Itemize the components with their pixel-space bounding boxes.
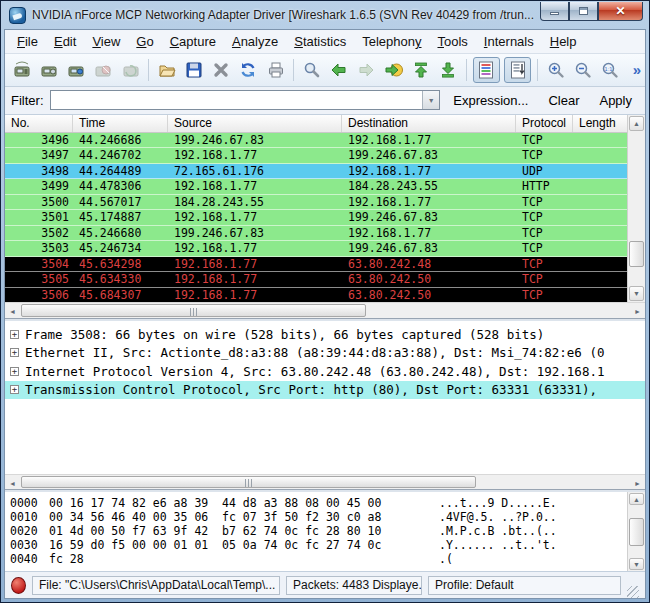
hex-line: 002001 4d 00 50 f7 63 9f 42 b7 62 74 0c …: [5, 524, 645, 538]
scroll-down-arrow[interactable]: ▼: [629, 558, 644, 570]
expand-plus-icon[interactable]: +: [10, 330, 19, 339]
menu-telephony[interactable]: Telephony: [354, 31, 429, 52]
scroll-left-arrow[interactable]: ◄: [6, 477, 19, 489]
menu-view[interactable]: View: [84, 31, 128, 52]
column-header-source[interactable]: Source: [168, 115, 342, 132]
hex-dump-pane: 000000 16 17 74 82 e6 a8 39 44 d8 a3 88 …: [5, 492, 645, 571]
packet-row[interactable]: 350445.634298192.168.1.7763.80.242.48TCP…: [5, 257, 645, 273]
scroll-down-arrow[interactable]: ▼: [629, 286, 644, 301]
reload-icon[interactable]: [236, 57, 261, 83]
hex-vertical-scrollbar[interactable]: ▲ ▼: [627, 492, 645, 571]
restart-capture-icon[interactable]: [118, 57, 143, 83]
cell-no: 3505: [5, 272, 73, 288]
column-header-destination[interactable]: Destination: [342, 115, 516, 132]
start-capture-icon[interactable]: [63, 57, 88, 83]
zoom-in-icon[interactable]: [543, 57, 568, 83]
packet-row[interactable]: 350645.684307192.168.1.7763.80.242.50TCP…: [5, 288, 645, 304]
detail-row[interactable]: +Frame 3508: 66 bytes on wire (528 bits)…: [5, 325, 645, 344]
detail-row[interactable]: +Internet Protocol Version 4, Src: 63.80…: [5, 362, 645, 381]
cell-time: 45.174887: [73, 210, 168, 226]
filter-dropdown-button[interactable]: ▼: [422, 91, 439, 109]
detail-row[interactable]: +Ethernet II, Src: Actionte_d8:a3:88 (a8…: [5, 344, 645, 363]
scrollbar-thumb[interactable]: [629, 241, 644, 267]
cell-proto: TCP: [516, 241, 573, 257]
scroll-right-arrow[interactable]: ►: [631, 305, 644, 317]
menu-tools[interactable]: Tools: [430, 31, 476, 52]
cell-src: 199.246.67.83: [168, 133, 342, 149]
cell-dst: 192.168.1.77: [342, 133, 516, 149]
detail-row[interactable]: +Transmission Control Protocol, Src Port…: [5, 381, 645, 400]
packet-list-horizontal-scrollbar[interactable]: ◄ ►: [5, 302, 645, 318]
scrollbar-thumb[interactable]: [21, 304, 366, 317]
restore-button[interactable]: [569, 2, 598, 21]
go-back-icon[interactable]: [327, 57, 352, 83]
scrollbar-thumb[interactable]: [21, 476, 476, 488]
packet-list-vertical-scrollbar[interactable]: ▲ ▼: [627, 115, 645, 302]
packet-row[interactable]: 350245.246680199.246.67.83192.168.1.77TC…: [5, 226, 645, 242]
scroll-right-arrow[interactable]: ►: [631, 477, 644, 489]
cell-no: 3501: [5, 210, 73, 226]
menu-help[interactable]: Help: [542, 31, 585, 52]
cell-src: 192.168.1.77: [168, 179, 342, 195]
packet-row[interactable]: 350345.246734192.168.1.77199.246.67.83TC…: [5, 241, 645, 257]
wireshark-window: NVIDIA nForce MCP Networking Adapter Dri…: [0, 0, 650, 603]
stop-capture-icon[interactable]: [91, 57, 116, 83]
save-file-icon[interactable]: [181, 57, 206, 83]
resize-grip[interactable]: [627, 586, 639, 598]
expand-plus-icon[interactable]: +: [10, 348, 19, 357]
packet-row[interactable]: 349844.26448972.165.61.176192.168.1.77UD…: [5, 164, 645, 180]
menu-analyze[interactable]: Analyze: [224, 31, 286, 52]
zoom-100-icon[interactable]: 1:1: [598, 57, 623, 83]
minimize-button[interactable]: [540, 2, 569, 21]
zoom-out-icon[interactable]: [570, 57, 595, 83]
expand-plus-icon[interactable]: +: [10, 385, 19, 394]
close-icon: ✕: [615, 4, 625, 18]
packet-row[interactable]: 349644.246686199.246.67.83192.168.1.77TC…: [5, 133, 645, 149]
go-to-packet-icon[interactable]: [381, 57, 406, 83]
clear-button[interactable]: Clear: [541, 91, 586, 110]
packet-row[interactable]: 350545.634330192.168.1.7763.80.242.50TCP…: [5, 272, 645, 288]
find-packet-icon[interactable]: [299, 57, 324, 83]
colorize-toggle[interactable]: [473, 57, 500, 83]
close-button[interactable]: ✕: [598, 2, 643, 21]
scroll-up-arrow[interactable]: ▲: [629, 493, 644, 505]
autoscroll-toggle[interactable]: [504, 57, 531, 83]
go-forward-icon[interactable]: [354, 57, 379, 83]
packet-row[interactable]: 350145.174887192.168.1.77199.246.67.83TC…: [5, 210, 645, 226]
capture-options-icon[interactable]: [36, 57, 61, 83]
expand-plus-icon[interactable]: +: [10, 367, 19, 376]
overflow-chevron[interactable]: »: [633, 61, 641, 78]
details-horizontal-scrollbar[interactable]: ◄ ►: [5, 474, 645, 489]
cell-src: 192.168.1.77: [168, 272, 342, 288]
expression-button[interactable]: Expression...: [446, 91, 535, 110]
menu-go[interactable]: Go: [128, 31, 161, 52]
menu-file[interactable]: File: [9, 31, 46, 52]
list-interfaces-icon[interactable]: [9, 57, 34, 83]
column-header-no[interactable]: No.: [5, 115, 73, 132]
scrollbar-thumb[interactable]: [629, 518, 644, 546]
packet-row[interactable]: 349744.246702192.168.1.77199.246.67.83TC…: [5, 148, 645, 164]
scroll-left-arrow[interactable]: ◄: [6, 305, 19, 317]
column-header-time[interactable]: Time: [73, 115, 168, 132]
close-file-icon[interactable]: [209, 57, 234, 83]
menu-statistics[interactable]: Statistics: [286, 31, 354, 52]
menu-internals[interactable]: Internals: [476, 31, 542, 52]
minimize-icon: [550, 12, 559, 15]
menu-edit[interactable]: Edit: [46, 31, 84, 52]
print-icon[interactable]: [263, 57, 288, 83]
scroll-up-arrow[interactable]: ▲: [629, 116, 644, 131]
go-to-bottom-icon[interactable]: [435, 57, 460, 83]
menu-capture[interactable]: Capture: [162, 31, 224, 52]
hex-ascii: .(: [439, 552, 645, 566]
cell-dst: 63.80.242.48: [342, 257, 516, 273]
expert-info-button[interactable]: [11, 577, 26, 594]
packet-row[interactable]: 349944.478306192.168.1.77184.28.243.55HT…: [5, 179, 645, 195]
open-file-icon[interactable]: [154, 57, 179, 83]
column-header-protocol[interactable]: Protocol: [516, 115, 573, 132]
filter-input[interactable]: [51, 91, 423, 109]
packet-row[interactable]: 350044.567017184.28.243.55192.168.1.77TC…: [5, 195, 645, 211]
apply-button[interactable]: Apply: [592, 91, 639, 110]
title-bar[interactable]: NVIDIA nForce MCP Networking Adapter Dri…: [1, 1, 649, 29]
go-to-top-icon[interactable]: [408, 57, 433, 83]
cell-src: 199.246.67.83: [168, 226, 342, 242]
